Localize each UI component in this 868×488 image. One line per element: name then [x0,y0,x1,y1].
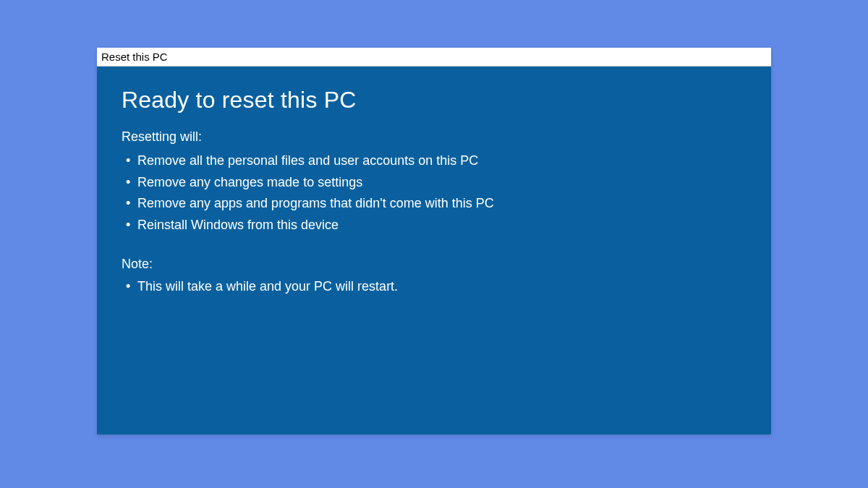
list-item: Remove any changes made to settings [122,172,746,194]
resetting-label: Resetting will: [122,129,746,145]
list-item: Remove any apps and programs that didn't… [122,193,746,215]
list-item: Remove all the personal files and user a… [122,150,746,172]
page-heading: Ready to reset this PC [122,87,746,114]
list-item: Reinstall Windows from this device [122,215,746,236]
window-title: Reset this PC [101,51,168,63]
list-item: This will take a while and your PC will … [122,276,746,298]
resetting-section: Resetting will: Remove all the personal … [122,129,746,236]
resetting-list: Remove all the personal files and user a… [122,150,746,236]
note-list: This will take a while and your PC will … [122,276,746,298]
content-panel: Ready to reset this PC Resetting will: R… [97,67,771,435]
titlebar: Reset this PC [97,48,771,67]
note-label: Note: [122,257,746,272]
reset-pc-window: Reset this PC Ready to reset this PC Res… [97,48,771,435]
note-section: Note: This will take a while and your PC… [122,257,746,298]
